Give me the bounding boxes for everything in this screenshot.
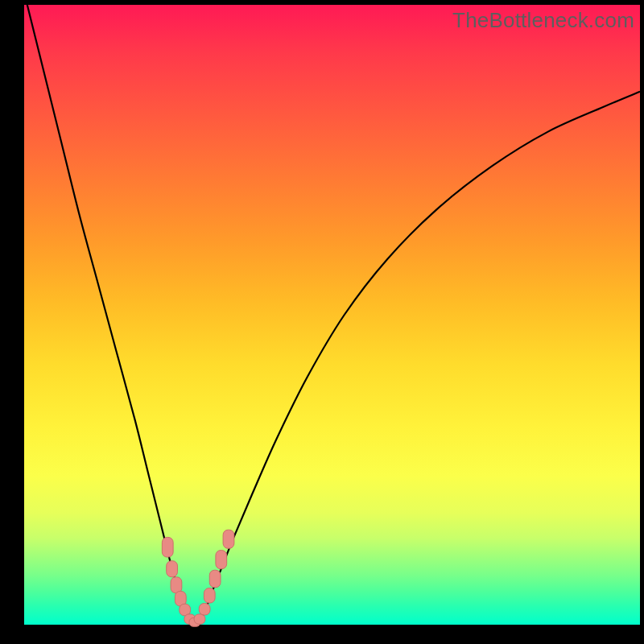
data-marker bbox=[199, 603, 210, 615]
data-marker bbox=[204, 588, 215, 603]
data-marker bbox=[162, 537, 173, 557]
data-marker bbox=[194, 614, 205, 624]
data-marker bbox=[216, 551, 227, 569]
curve-plot bbox=[24, 5, 640, 625]
data-marker bbox=[167, 561, 178, 577]
marker-layer bbox=[162, 530, 234, 626]
data-marker bbox=[223, 530, 234, 548]
curve-right-branch bbox=[200, 92, 640, 620]
curve-left-branch bbox=[24, 0, 189, 620]
data-marker bbox=[209, 570, 221, 588]
data-marker bbox=[171, 577, 182, 593]
